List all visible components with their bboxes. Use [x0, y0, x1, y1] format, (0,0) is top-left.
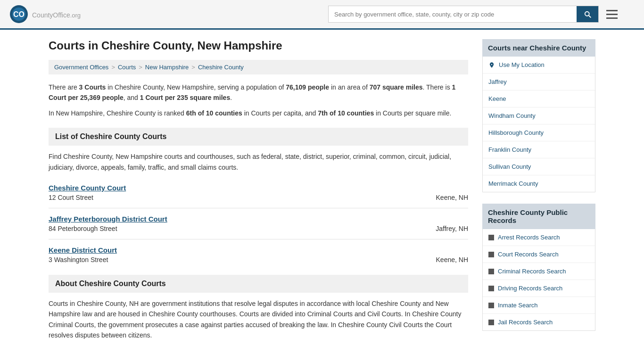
sidebar-nearby-jaffrey[interactable]: Jaffrey — [483, 74, 595, 90]
svg-text:CO: CO — [13, 10, 25, 18]
nearby-jaffrey-link[interactable]: Jaffrey — [483, 74, 595, 90]
menu-line-1 — [606, 10, 618, 11]
content-area: Courts in Cheshire County, New Hampshire… — [49, 39, 468, 346]
svg-point-4 — [491, 64, 492, 65]
courts-list: Cheshire County Court 12 Court Street Ke… — [49, 177, 468, 270]
breadcrumb-sep-3: > — [191, 64, 195, 71]
court-details-3: 3 Washington Street Keene, NH — [49, 256, 468, 263]
breadcrumb-sep-1: > — [111, 64, 115, 71]
sidebar-nearby-links: Use My Location Jaffrey Keene Windham Co… — [482, 57, 595, 192]
breadcrumb-cheshire-county[interactable]: Cheshire County — [198, 64, 244, 71]
court-name-1[interactable]: Cheshire County Court — [49, 184, 468, 192]
search-button[interactable] — [577, 6, 598, 22]
location-pin-icon — [488, 62, 495, 68]
sidebar-nearby-sullivan[interactable]: Sullivan County — [483, 158, 595, 175]
menu-button[interactable] — [603, 7, 620, 22]
description-line-2: In New Hampshire, Cheshire County is ran… — [49, 108, 468, 118]
court-city-2: Jaffrey, NH — [436, 225, 468, 232]
sidebar-criminal-records[interactable]: Criminal Records Search — [483, 263, 595, 280]
sidebar-nearby-title: Courts near Cheshire County — [482, 39, 595, 57]
sidebar-inmate-search[interactable]: Inmate Search — [483, 297, 595, 314]
sidebar-nearby-hillsborough[interactable]: Hillsborough County — [483, 124, 595, 141]
sidebar-arrest-records[interactable]: Arrest Records Search — [483, 229, 595, 246]
criminal-icon — [488, 269, 494, 274]
court-address-1: 12 Court Street — [49, 194, 93, 201]
court-details-2: 84 Peterborough Street Jaffrey, NH — [49, 225, 468, 232]
search-input[interactable] — [329, 6, 577, 22]
driving-label: Driving Records Search — [498, 285, 562, 292]
sidebar-records-links: Arrest Records Search Court Records Sear… — [482, 229, 595, 331]
logo-name: CountyOffice — [32, 11, 70, 19]
court-address-3: 3 Washington Street — [49, 256, 108, 263]
search-icon — [583, 10, 592, 18]
driving-records-link[interactable]: Driving Records Search — [483, 280, 595, 296]
court-icon — [488, 252, 494, 257]
sidebar-nearby-merrimack[interactable]: Merrimack County — [483, 175, 595, 192]
logo-text: CountyOffice.org — [32, 8, 81, 20]
sidebar-nearby-franklin[interactable]: Franklin County — [483, 141, 595, 158]
sidebar-nearby-section: Courts near Cheshire County Use My Locat… — [482, 39, 595, 192]
list-description: Find Cheshire County, New Hampshire cour… — [49, 151, 468, 173]
nearby-windham-link[interactable]: Windham County — [483, 107, 595, 124]
search-box — [328, 6, 599, 23]
description-line-1: There are 3 Courts in Cheshire County, N… — [49, 82, 468, 103]
logo-icon: CO — [9, 5, 28, 24]
inmate-search-link[interactable]: Inmate Search — [483, 297, 595, 313]
logo-suffix: .org — [70, 12, 81, 19]
about-section-header: About Cheshire County Courts — [49, 275, 468, 293]
nearby-franklin-link[interactable]: Franklin County — [483, 141, 595, 158]
jail-label: Jail Records Search — [498, 319, 553, 326]
main-container: Courts in Cheshire County, New Hampshire… — [39, 30, 605, 355]
sidebar-records-title: Cheshire County Public Records — [482, 204, 595, 229]
jail-icon — [488, 320, 494, 325]
search-area — [328, 6, 620, 23]
sidebar-use-location[interactable]: Use My Location — [483, 57, 595, 74]
court-records-link[interactable]: Court Records Search — [483, 246, 595, 263]
use-location-link[interactable]: Use My Location — [483, 57, 595, 73]
rank-capita: 6th of 10 counties — [186, 109, 242, 117]
breadcrumb-new-hampshire[interactable]: New Hampshire — [145, 64, 189, 71]
court-item-2: Jaffrey Peterborough District Court 84 P… — [49, 208, 468, 239]
court-details-1: 12 Court Street Keene, NH — [49, 194, 468, 201]
about-description: Courts in Cheshire County, NH are govern… — [49, 298, 468, 341]
nearby-sullivan-link[interactable]: Sullivan County — [483, 158, 595, 175]
driving-icon — [488, 286, 494, 291]
court-address-2: 84 Peterborough Street — [49, 225, 117, 232]
courts-count: 3 Courts — [79, 83, 106, 91]
breadcrumb-sep-2: > — [139, 64, 142, 71]
inmate-label: Inmate Search — [498, 302, 538, 309]
sidebar: Courts near Cheshire County Use My Locat… — [482, 39, 595, 346]
breadcrumb-gov-offices[interactable]: Government Offices — [54, 64, 108, 71]
court-name-2[interactable]: Jaffrey Peterborough District Court — [49, 215, 468, 223]
sidebar-court-records[interactable]: Court Records Search — [483, 246, 595, 263]
court-label: Court Records Search — [498, 251, 559, 258]
menu-line-3 — [606, 17, 618, 19]
use-location-label: Use My Location — [499, 61, 545, 68]
court-city-1: Keene, NH — [436, 194, 468, 201]
criminal-records-link[interactable]: Criminal Records Search — [483, 263, 595, 280]
header: CO CountyOffice.org — [0, 0, 644, 30]
arrest-icon — [488, 235, 494, 240]
nearby-keene-link[interactable]: Keene — [483, 90, 595, 107]
breadcrumb-courts[interactable]: Courts — [118, 64, 136, 71]
sidebar-driving-records[interactable]: Driving Records Search — [483, 280, 595, 297]
sidebar-nearby-keene[interactable]: Keene — [483, 90, 595, 107]
inmate-icon — [488, 303, 494, 308]
arrest-label: Arrest Records Search — [498, 234, 560, 241]
logo-area: CO CountyOffice.org — [9, 5, 81, 24]
nearby-hillsborough-link[interactable]: Hillsborough County — [483, 124, 595, 141]
court-item-3: Keene District Court 3 Washington Street… — [49, 239, 468, 270]
arrest-records-link[interactable]: Arrest Records Search — [483, 229, 595, 246]
per-sqmile: 1 Court per 235 square miles — [140, 94, 230, 101]
court-item-1: Cheshire County Court 12 Court Street Ke… — [49, 177, 468, 208]
rank-sqmile: 7th of 10 counties — [318, 109, 374, 117]
criminal-label: Criminal Records Search — [498, 268, 566, 275]
nearby-merrimack-link[interactable]: Merrimack County — [483, 175, 595, 192]
sidebar-nearby-windham[interactable]: Windham County — [483, 107, 595, 124]
sidebar-records-section: Cheshire County Public Records Arrest Re… — [482, 204, 595, 331]
court-name-3[interactable]: Keene District Court — [49, 246, 468, 254]
area: 707 square miles — [370, 83, 423, 91]
jail-records-link[interactable]: Jail Records Search — [483, 314, 595, 330]
menu-line-2 — [606, 14, 618, 15]
sidebar-jail-records[interactable]: Jail Records Search — [483, 314, 595, 330]
